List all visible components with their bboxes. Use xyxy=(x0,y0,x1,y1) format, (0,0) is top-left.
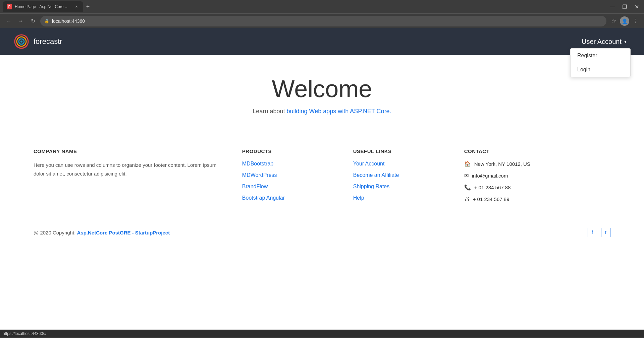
hero-subtitle-prefix: Learn about xyxy=(253,108,286,115)
footer-bottom-link[interactable]: Asp.NetCore PostGRE - StartupProject xyxy=(77,230,170,235)
contact-phone: 📞 + 01 234 567 88 xyxy=(464,184,610,191)
maximize-button[interactable]: ❐ xyxy=(620,2,629,11)
user-account-dropdown: Register Login xyxy=(570,48,631,77)
window-controls: — ❐ ✕ xyxy=(608,2,641,11)
footer-useful-link-4[interactable]: Help xyxy=(353,195,451,201)
contact-fax-text: + 01 234 567 89 xyxy=(473,196,509,202)
footer-company-title: COMPANY NAME xyxy=(34,148,229,154)
social-icon-1[interactable]: f xyxy=(588,228,597,237)
contact-phone-text: + 01 234 567 88 xyxy=(474,185,511,190)
brand-link[interactable]: forecastr xyxy=(13,33,62,50)
dropdown-arrow-icon: ▾ xyxy=(624,39,627,44)
footer-social: f t xyxy=(588,228,610,237)
contact-address-text: New York, NY 10012, US xyxy=(474,161,530,167)
contact-email: ✉ info@gmail.com xyxy=(464,173,610,179)
svg-point-3 xyxy=(20,41,22,43)
navbar-right: User Account ▾ Register Login xyxy=(578,35,631,48)
footer-product-link-4[interactable]: Bootstrap Angular xyxy=(242,195,340,201)
browser-titlebar: P Home Page - Asp.Net Core Post( × + — ❐… xyxy=(0,0,644,13)
navbar: forecastr User Account ▾ Register Login xyxy=(0,28,644,55)
home-icon: 🏠 xyxy=(464,161,471,167)
user-account-label: User Account xyxy=(582,38,622,46)
print-icon: 🖨 xyxy=(464,196,470,202)
lock-icon: 🔒 xyxy=(44,19,49,23)
new-tab-button[interactable]: + xyxy=(83,2,93,11)
hero-section: Welcome Learn about building Web apps wi… xyxy=(0,55,644,128)
footer-products-section: PRODUCTS MDBootstrap MDWordPress BrandFl… xyxy=(242,148,340,207)
status-bar: https://localhost:44360/# xyxy=(0,330,644,338)
profile-icon[interactable]: 👤 xyxy=(620,16,629,26)
tab-title: Home Page - Asp.Net Core Post( xyxy=(15,4,71,9)
footer-contact-title: CONTACT xyxy=(464,148,610,154)
browser-toolbar: ← → ↻ 🔒 localhost:44360 ☆ 👤 ⋮ xyxy=(0,13,644,28)
footer-copyright-text: @ 2020 Copyright: xyxy=(34,230,77,235)
social-icon-2[interactable]: t xyxy=(601,228,610,237)
footer-bottom: @ 2020 Copyright: Asp.NetCore PostGRE - … xyxy=(0,221,644,244)
page-wrapper: forecastr User Account ▾ Register Login … xyxy=(0,28,644,330)
minimize-button[interactable]: — xyxy=(608,2,617,11)
browser-chrome: P Home Page - Asp.Net Core Post( × + — ❐… xyxy=(0,0,644,28)
footer-company-text: Here you can use rows and columns to org… xyxy=(34,161,229,178)
footer-company-section: COMPANY NAME Here you can use rows and c… xyxy=(34,148,229,207)
footer-contact-section: CONTACT 🏠 New York, NY 10012, US ✉ info@… xyxy=(464,148,610,207)
footer-content: COMPANY NAME Here you can use rows and c… xyxy=(0,128,644,221)
footer-useful-link-2[interactable]: Become an Affiliate xyxy=(353,172,451,178)
close-window-button[interactable]: ✕ xyxy=(632,2,641,11)
hero-subtitle-link[interactable]: building Web apps with ASP.NET Core. xyxy=(286,108,391,115)
footer-product-link-1[interactable]: MDBootstrap xyxy=(242,161,340,167)
reload-button[interactable]: ↻ xyxy=(28,16,38,26)
register-link[interactable]: Register xyxy=(571,49,630,63)
footer-useful-link-1[interactable]: Your Account xyxy=(353,161,451,167)
hero-title: Welcome xyxy=(7,75,637,102)
brand-logo xyxy=(13,33,30,50)
hero-subtitle: Learn about building Web apps with ASP.N… xyxy=(7,108,637,115)
brand-name: forecastr xyxy=(34,37,62,46)
tab-favicon: P xyxy=(7,4,12,9)
forward-button[interactable]: → xyxy=(16,16,25,26)
footer-useful-link-3[interactable]: Shipping Rates xyxy=(353,184,451,190)
footer-products-title: PRODUCTS xyxy=(242,148,340,154)
tab-close-button[interactable]: × xyxy=(74,4,79,9)
status-text: https://localhost:44360/# xyxy=(3,331,46,336)
menu-icon[interactable]: ⋮ xyxy=(631,16,640,26)
bookmark-icon[interactable]: ☆ xyxy=(609,16,619,26)
footer-useful-links-section: USEFUL LINKS Your Account Become an Affi… xyxy=(353,148,451,207)
footer-copyright: @ 2020 Copyright: Asp.NetCore PostGRE - … xyxy=(34,230,170,235)
login-link[interactable]: Login xyxy=(571,63,630,77)
address-text: localhost:44360 xyxy=(52,18,602,24)
contact-fax: 🖨 + 01 234 567 89 xyxy=(464,196,610,202)
back-button[interactable]: ← xyxy=(4,16,13,26)
footer-product-link-3[interactable]: BrandFlow xyxy=(242,184,340,190)
user-account-button[interactable]: User Account ▾ xyxy=(578,35,631,48)
contact-email-text: info@gmail.com xyxy=(472,173,508,179)
contact-address: 🏠 New York, NY 10012, US xyxy=(464,161,610,167)
email-icon: ✉ xyxy=(464,173,469,179)
address-bar[interactable]: 🔒 localhost:44360 xyxy=(40,16,606,26)
footer: COMPANY NAME Here you can use rows and c… xyxy=(0,128,644,244)
phone-icon: 📞 xyxy=(464,184,471,191)
footer-product-link-2[interactable]: MDWordPress xyxy=(242,172,340,178)
toolbar-right: ☆ 👤 ⋮ xyxy=(609,16,640,26)
browser-tab[interactable]: P Home Page - Asp.Net Core Post( × xyxy=(3,1,83,12)
footer-useful-links-title: USEFUL LINKS xyxy=(353,148,451,154)
